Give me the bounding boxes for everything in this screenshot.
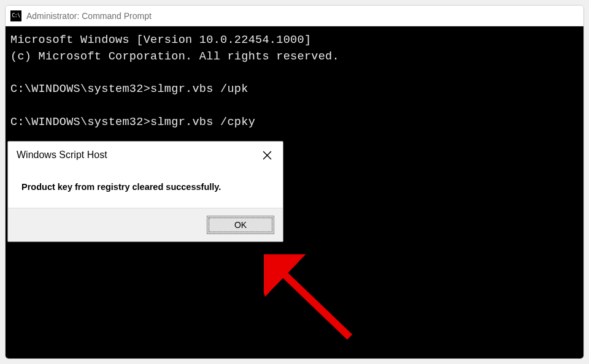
dialog-footer: OK xyxy=(8,208,283,241)
script-host-dialog: Windows Script Host Product key from reg… xyxy=(7,141,283,242)
ok-button[interactable]: OK xyxy=(207,216,274,234)
close-button[interactable] xyxy=(258,146,275,164)
terminal-line: C:\WINDOWS\system32>slmgr.vbs /upk xyxy=(10,83,248,96)
titlebar[interactable]: C:\ Administrator: Command Prompt xyxy=(6,6,583,26)
terminal-line: Microsoft Windows [Version 10.0.22454.10… xyxy=(10,34,311,47)
dialog-message: Product key from registry cleared succes… xyxy=(8,169,283,208)
dialog-titlebar[interactable]: Windows Script Host xyxy=(8,142,283,169)
cmd-icon: C:\ xyxy=(10,10,21,21)
cmd-icon-text: C:\ xyxy=(12,13,20,18)
close-icon xyxy=(263,151,272,160)
terminal-line: (c) Microsoft Corporation. All rights re… xyxy=(10,50,339,63)
terminal-line: C:\WINDOWS\system32>slmgr.vbs /cpky xyxy=(10,116,255,129)
window-title: Administrator: Command Prompt xyxy=(26,11,152,21)
dialog-title: Windows Script Host xyxy=(17,150,107,161)
